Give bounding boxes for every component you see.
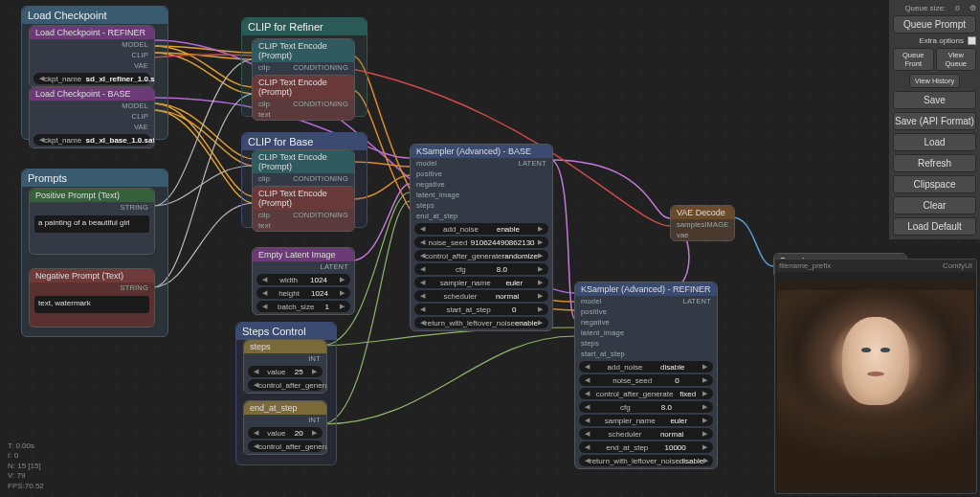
extra-options-label: Extra options [919, 36, 964, 45]
save-api-button[interactable]: Save (API Format) [893, 112, 976, 130]
control-panel: Queue size: 0 ⚙ Queue Prompt Extra optio… [888, 0, 980, 239]
node-title: Load Checkpoint - BASE [30, 87, 154, 101]
out-clip: CLIP [132, 51, 148, 59]
load-button[interactable]: Load [893, 133, 976, 151]
node-clip-encode-base-neg[interactable]: CLIP Text Encode (Prompt) clipCONDITIONI… [252, 186, 355, 232]
group-title-load-checkpoint: Load Checkpoint [22, 7, 167, 24]
node-positive-prompt[interactable]: Positive Prompt (Text) STRING a painting… [29, 188, 155, 255]
node-title: Positive Prompt (Text) [30, 189, 154, 202]
clipspace-button[interactable]: Clipspace [893, 175, 976, 193]
view-queue-button[interactable]: View Queue [936, 48, 977, 71]
view-history-button[interactable]: View History [909, 74, 959, 88]
node-empty-latent[interactable]: Empty Latent Image LATENT ◀width1024▶ ◀h… [252, 247, 355, 315]
out-vae: VAE [134, 61, 148, 70]
group-title-steps: Steps Control [236, 323, 336, 340]
queue-size-value: 0 [955, 4, 959, 12]
gear-icon[interactable]: ⚙ [969, 4, 976, 12]
extra-options-checkbox[interactable] [968, 36, 976, 45]
out-model: MODEL [122, 40, 148, 49]
refresh-button[interactable]: Refresh [893, 154, 976, 172]
queue-prompt-button[interactable]: Queue Prompt [893, 15, 976, 34]
group-title-clip-refiner: CLIP for Refiner [242, 18, 367, 35]
group-title-clip-base: CLIP for Base [242, 133, 367, 150]
filename-prefix-label: filename_prefix [779, 261, 831, 270]
clear-button[interactable]: Clear [893, 196, 976, 215]
save-button[interactable]: Save [893, 91, 976, 109]
node-ksampler-base[interactable]: KSampler (Advanced) - BASE modelLATENTpo… [410, 144, 553, 331]
prompt-text[interactable]: text, watermark [34, 296, 149, 313]
queue-size-label: Queue size: [904, 4, 946, 12]
node-vae-decode[interactable]: VAE Decode samplesIMAGE vae [670, 205, 735, 241]
ckpt-select[interactable]: ◀ckpt_name sd_xl_base_1.0.safetensors▶ [33, 134, 150, 146]
node-negative-prompt[interactable]: Negative Prompt (Text) STRING text, wate… [29, 268, 155, 328]
node-clip-encode-refiner-neg[interactable]: CLIP Text Encode (Prompt) clipCONDITIONI… [252, 75, 355, 121]
queue-front-button[interactable]: Queue Front [893, 48, 934, 71]
preview-image-panel[interactable]: filename_prefixComfyUI [774, 259, 977, 494]
node-steps[interactable]: steps INT ◀value25▶ ◀control_after_gener… [243, 339, 327, 394]
ckpt-select[interactable]: ◀ckpt_name sd_xl_refiner_1.0.safetensors… [33, 73, 150, 84]
load-default-button[interactable]: Load Default [893, 217, 976, 236]
group-title-prompts: Prompts [22, 169, 167, 187]
perf-stats: T: 0.00sI: 0N: 15 [15]V: 79FPS:70.52 [8, 441, 44, 491]
node-title: Negative Prompt (Text) [30, 269, 154, 282]
node-ksampler-refiner[interactable]: KSampler (Advanced) - REFINER modelLATEN… [574, 282, 718, 469]
node-title: Load Checkpoint - REFINER [30, 26, 154, 39]
node-load-checkpoint-base[interactable]: Load Checkpoint - BASE MODEL CLIP VAE ◀c… [29, 86, 155, 148]
node-load-checkpoint-refiner[interactable]: Load Checkpoint - REFINER MODEL CLIP VAE… [29, 25, 155, 87]
output-image [777, 281, 974, 491]
filename-prefix-value: ComfyUI [943, 261, 972, 270]
prompt-text[interactable]: a painting of a beautiful girl [34, 215, 149, 233]
node-end-at-step[interactable]: end_at_step INT ◀value20▶ ◀control_after… [243, 400, 327, 455]
